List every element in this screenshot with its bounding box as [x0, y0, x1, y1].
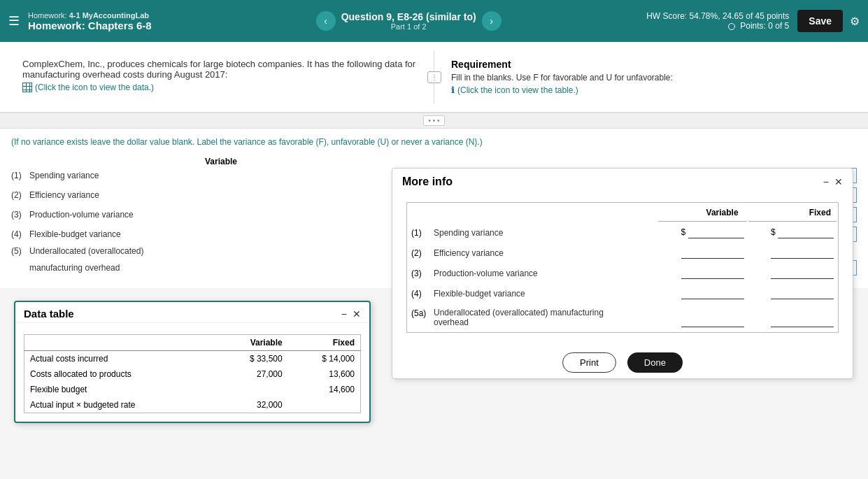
question-title: Question 9, E8-26 (similar to) [341, 11, 476, 22]
mi-label-1: Spending variance [431, 223, 657, 242]
mi-label-3: Production-volume variance [431, 264, 657, 283]
more-info-table: Variable Fixed (1) Spending variance $ $ [406, 202, 839, 288]
info-icon: ℹ [451, 85, 455, 95]
variance-header-row: Variable [11, 157, 857, 166]
mi-flexbudget-var-input[interactable] [681, 287, 744, 288]
requirement-pane: Requirement Fill in the blanks. Use F fo… [440, 50, 857, 103]
hw-name: Homework: Chapters 6-8 [28, 20, 282, 31]
mi-row-4: (4) Flexible-budget variance [408, 284, 837, 288]
vertical-divider: ⋮ [434, 50, 434, 103]
header: ☰ Homework: 4-1 MyAccountingLab Homework… [0, 0, 868, 42]
prev-button[interactable]: ‹ [316, 11, 336, 31]
variance-hint: (If no variance exists leave the dollar … [11, 137, 857, 147]
more-info-controls: − ✕ [823, 176, 843, 187]
mi-prodvol-fixed-input[interactable] [771, 267, 834, 279]
mi-input-2-var [658, 243, 746, 262]
collapse-bar[interactable]: • • • [0, 113, 868, 129]
mi-spending-fixed-input[interactable] [778, 227, 834, 238]
points-score: Points: 0 of 5 [536, 21, 790, 31]
mi-input-3-var [658, 264, 746, 283]
mi-input-3-fixed [748, 264, 837, 283]
header-score: HW Score: 54.78%, 24.65 of 45 points Poi… [536, 11, 790, 31]
mi-row-1: (1) Spending variance $ $ [408, 223, 837, 242]
mi-num-3: (3) [408, 264, 429, 283]
mi-row-2: (2) Efficiency variance [408, 243, 837, 262]
question-subtitle: Part 1 of 2 [341, 22, 476, 31]
divider-dots: ⋮ [427, 71, 441, 83]
row-num-3: (3) [11, 210, 25, 220]
mi-label-4: Flexible-budget variance [431, 284, 657, 288]
variance-col-header: Variable [193, 157, 249, 166]
more-info-header: More info − ✕ [392, 169, 853, 194]
mi-prodvol-var-input[interactable] [681, 267, 744, 279]
row-num-1: (1) [11, 171, 25, 180]
next-button[interactable]: › [482, 11, 501, 31]
menu-icon[interactable]: ☰ [8, 13, 20, 29]
content-split: ComplexChem, Inc., produces chemicals fo… [11, 50, 857, 103]
hw-label: Homework: 4-1 MyAccountingLab [28, 11, 282, 20]
row-num-4: (4) [11, 229, 25, 239]
mi-efficiency-fixed-input[interactable] [771, 247, 834, 259]
requirement-text: Fill in the blanks. Use F for favorable … [451, 73, 846, 83]
more-info-close[interactable]: ✕ [834, 176, 843, 187]
mi-efficiency-var-input[interactable] [681, 247, 744, 259]
mi-row-3: (3) Production-volume variance [408, 264, 837, 283]
main-content: ComplexChem, Inc., produces chemicals fo… [0, 42, 868, 113]
header-nav: ‹ Question 9, E8-26 (similar to) Part 1 … [282, 11, 536, 31]
gear-icon[interactable]: ⚙ [850, 15, 860, 28]
mi-num-2: (2) [408, 243, 429, 262]
collapse-dots: • • • [423, 115, 444, 126]
header-title: Homework: 4-1 MyAccountingLab Homework: … [28, 11, 282, 31]
points-circle [728, 23, 735, 30]
more-info-body: Variable Fixed (1) Spending variance $ $ [392, 194, 853, 288]
mi-input-4-var [658, 284, 746, 288]
hw-score: HW Score: 54.78%, 24.65 of 45 points [536, 11, 790, 21]
table-icon-link[interactable]: ℹ (Click the icon to view the table.) [451, 85, 846, 95]
mi-label-2: Efficiency variance [431, 243, 657, 262]
problem-text: ComplexChem, Inc., produces chemicals fo… [22, 59, 417, 80]
mi-input-2-fixed [748, 243, 837, 262]
question-info: Question 9, E8-26 (similar to) Part 1 of… [341, 11, 476, 31]
mi-spending-var-input[interactable] [688, 227, 744, 238]
more-info-minimize[interactable]: − [823, 176, 829, 187]
more-info-modal: More info − ✕ Variable Fixed (1) Spendin… [392, 168, 853, 288]
mi-input-4-fixed [748, 284, 837, 288]
row-num-5: (5) [11, 246, 25, 256]
data-icon-link[interactable]: (Click the icon to view the data.) [22, 83, 417, 92]
mi-flexbudget-fixed-input[interactable] [771, 287, 834, 288]
mi-input-1-var: $ [658, 223, 746, 242]
requirement-title: Requirement [451, 59, 846, 70]
mi-variable-header: Variable [658, 204, 746, 222]
save-button[interactable]: Save [797, 10, 843, 32]
grid-icon [22, 83, 32, 92]
mi-num-4: (4) [408, 284, 429, 288]
more-info-title: More info [402, 176, 453, 188]
mi-num-1: (1) [408, 223, 429, 242]
mi-input-1-fixed: $ [748, 223, 837, 242]
problem-pane: ComplexChem, Inc., produces chemicals fo… [11, 50, 428, 103]
mi-fixed-header: Fixed [748, 204, 837, 222]
row-num-2: (2) [11, 190, 25, 200]
